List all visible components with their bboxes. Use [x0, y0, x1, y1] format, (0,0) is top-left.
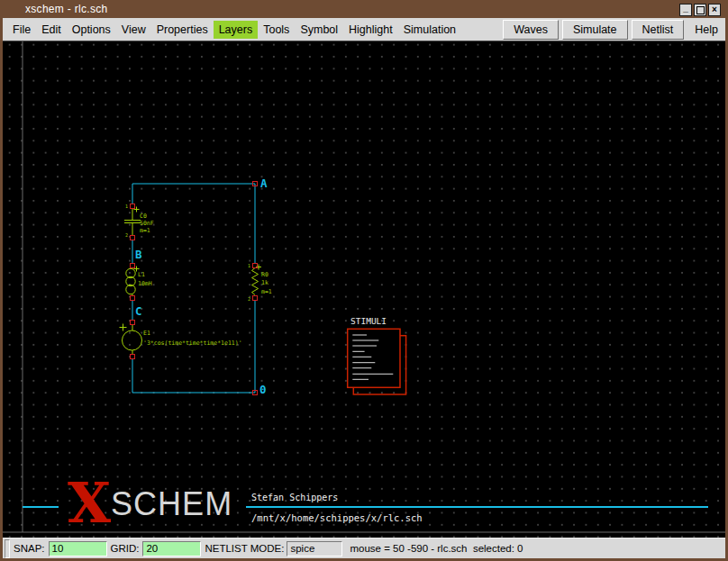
logo-x-glyph: X [68, 479, 111, 528]
node-labels[interactable]: A B C 0 [135, 176, 268, 396]
xschem-logo: XSCHEM [68, 479, 232, 536]
schematic-drawing: 1 2 C0 50nF m=1 L1 10mH [3, 41, 725, 538]
menu-properties[interactable]: Properties [151, 21, 214, 39]
netlist-mode-input[interactable] [287, 541, 342, 556]
node-label-b[interactable]: B [135, 248, 142, 261]
source-value: '3*cos(time*time*time*1e11)' [143, 339, 242, 347]
inductor-ref: L1 [138, 271, 145, 278]
mouse-status-text: mouse = 50 -590 - rlc.sch selected: 0 [350, 543, 523, 554]
simulate-button[interactable]: Simulate [562, 20, 628, 40]
stimuli-block[interactable]: STIMULI [348, 316, 406, 394]
waves-button[interactable]: Waves [503, 20, 559, 40]
grid-label: GRID: [111, 543, 140, 554]
snap-label: SNAP: [14, 543, 45, 554]
res-pin2-number: 2 [248, 296, 250, 302]
sheet-boundary [3, 41, 725, 532]
res-pin1-number: 1 [248, 263, 250, 268]
stimuli-front-page [348, 329, 400, 387]
wires[interactable] [132, 184, 255, 393]
menu-simulation[interactable]: Simulation [398, 21, 461, 39]
window-title: xschem - rlc.sch [25, 3, 107, 15]
capacitor-ref: C0 [140, 213, 147, 220]
inductor-symbol[interactable]: L1 10mH [126, 264, 152, 301]
statusbar-grip [5, 539, 10, 558]
node-label-0[interactable]: 0 [259, 383, 267, 396]
title-block-path: /mnt/x/home/schippes/x/rlc.sch [251, 512, 423, 523]
window-controls: _ × [679, 4, 721, 16]
menu-options[interactable]: Options [67, 21, 116, 39]
menu-highlight[interactable]: Highlight [343, 21, 398, 39]
maximize-button[interactable] [694, 4, 706, 16]
xschem-window: xschem - rlc.sch _ × File Edit Options V… [0, 0, 728, 561]
menu-view[interactable]: View [116, 21, 151, 39]
menubar: File Edit Options View Properties Layers… [3, 18, 725, 41]
source-symbol[interactable]: E1 '3*cos(time*time*time*1e11)' [120, 321, 242, 359]
netlist-button[interactable]: Netlist [632, 20, 685, 40]
statusbar: SNAP: GRID: NETLIST MODE: mouse = 50 -59… [3, 538, 725, 558]
netlist-mode-label: NETLIST MODE: [205, 543, 284, 554]
close-icon: × [712, 5, 717, 14]
resistor-value: 1k [261, 279, 268, 286]
node-label-c[interactable]: C [135, 304, 142, 318]
grid-input[interactable] [142, 541, 201, 556]
help-button[interactable]: Help [689, 21, 723, 39]
cap-pin1-number: 1 [125, 204, 128, 209]
menu-file[interactable]: File [7, 21, 36, 39]
menu-tools[interactable]: Tools [258, 21, 295, 39]
minimize-button[interactable]: _ [679, 4, 692, 16]
inductor-value: 10mH [138, 280, 152, 287]
menubar-actions: Waves Simulate Netlist Help [503, 20, 723, 40]
titlebar[interactable]: xschem - rlc.sch _ × [0, 0, 728, 18]
menu-symbol[interactable]: Symbol [295, 21, 343, 39]
stimuli-label: STIMULI [350, 316, 387, 326]
node-label-a[interactable]: A [260, 176, 268, 190]
logo-schem-text: SCHEM [111, 480, 232, 529]
capacitor-mult: m=1 [140, 227, 150, 234]
resistor-mult: m=1 [261, 288, 272, 295]
source-ref: E1 [143, 330, 150, 337]
capacitor-symbol[interactable]: 1 2 C0 50nF m=1 [124, 204, 154, 240]
menu-layers[interactable]: Layers [214, 21, 259, 39]
menu-edit[interactable]: Edit [36, 21, 67, 39]
cap-pin2-number: 2 [125, 232, 128, 238]
capacitor-value: 50nF [140, 220, 154, 227]
title-block-author: Stefan Schippers [251, 493, 338, 502]
maximize-icon [696, 6, 705, 14]
schematic-canvas[interactable]: 1 2 C0 50nF m=1 L1 10mH [3, 41, 725, 538]
snap-input[interactable] [49, 541, 107, 556]
resistor-symbol[interactable]: 1 2 R0 1k m=1 [248, 263, 272, 302]
close-button[interactable]: × [708, 4, 721, 16]
resistor-ref: R0 [261, 271, 268, 278]
